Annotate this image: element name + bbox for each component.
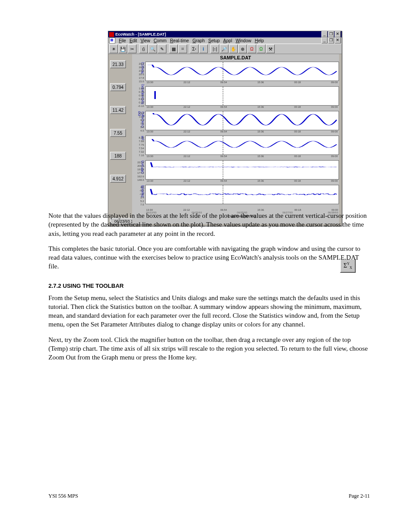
paragraph-4: Next, try the Zoom tool. Click the magni… (48, 335, 370, 362)
find-icon[interactable]: 🔎 (220, 44, 228, 53)
menu-file[interactable]: File (117, 38, 128, 43)
maximize-button[interactable]: ❐ (328, 31, 334, 37)
hand-icon[interactable]: ✋ (229, 44, 238, 53)
close-button[interactable]: ✕ (335, 31, 341, 37)
om2-icon[interactable]: Ω (257, 44, 265, 53)
print-icon[interactable]: ⎙ (139, 44, 148, 53)
minimize-button[interactable]: _ (321, 31, 328, 37)
mdi-minimize-button[interactable]: _ (321, 37, 328, 44)
chart-icon[interactable]: ⌗ (178, 44, 187, 53)
page-footer: YSI 556 MPS Page 2-11 (48, 493, 370, 499)
strip-ph[interactable]: pH8.107.887.767.547.327.1013:3022:1206:5… (145, 136, 339, 155)
toolbar: ☀ 💾 ✂ ⎙ 🔍 ✎ ▦ ⌗ Σx i |↕| 🔎 ✋ ⊕ Ω Ω ⚒ (108, 44, 342, 54)
mdi-maximize-button[interactable]: ❐ (328, 37, 334, 44)
mdi-icon[interactable] (109, 37, 115, 44)
menu-bar: File Edit View Comm Real-time Graph Setu… (108, 37, 342, 44)
footer-right: Page 2-11 (349, 493, 370, 499)
cut-icon[interactable]: ✂ (128, 44, 136, 53)
menu-comm[interactable]: Comm (152, 38, 168, 43)
grid-icon[interactable]: ▦ (169, 44, 178, 53)
vertical-cursor[interactable] (223, 87, 223, 105)
chart-area[interactable]: SAMPLE.DAT Temp(C)29.026.323.420.617.815… (132, 54, 339, 224)
om1-icon[interactable]: Ω (247, 44, 256, 53)
value-readout-column: 21.330.79411.427.551884.912 (110, 60, 126, 183)
pencil-icon[interactable]: ✎ (158, 44, 166, 53)
vertical-cursor[interactable] (223, 136, 223, 154)
vertical-cursor[interactable] (223, 185, 223, 204)
paragraph-2: This completes the basic tutorial. Once … (48, 244, 370, 271)
strip-temp-c-[interactable]: Temp(C)29.026.323.420.617.815.013:3022:1… (145, 62, 339, 81)
menu-setup[interactable]: Setup (206, 38, 221, 43)
value-readout-orp-mv-: 188 (110, 152, 126, 160)
zoom-icon[interactable]: 🔍 (148, 44, 157, 53)
menu-help[interactable]: Help (253, 38, 266, 43)
save-icon[interactable]: 💾 (118, 44, 127, 53)
value-readout-spcond-ms-c-: 0.794 (110, 83, 126, 91)
zoomin-icon[interactable]: ⊕ (238, 44, 247, 53)
menu-edit[interactable]: Edit (128, 38, 139, 43)
vertical-cursor[interactable] (223, 62, 223, 81)
title-bar: EcoWatch - [SAMPLE.DAT] _ ❐ ✕ (108, 31, 342, 37)
app-icon (109, 32, 114, 37)
wrench-icon[interactable]: ⚒ (266, 44, 275, 53)
paragraph-3: From the Setup menu, select the Statisti… (48, 294, 370, 329)
info-icon[interactable]: i (199, 44, 208, 53)
section-header: 2.7.2 USING THE TOOLBAR (48, 283, 370, 289)
strip-spcond-ms-c-[interactable]: SpCond(mS/c)1.000.780.560.340.12-0.1013:… (145, 86, 339, 106)
menu-graph[interactable]: Graph (191, 38, 206, 43)
menu-window[interactable]: Window (234, 38, 253, 43)
strip-do-conc-mg-l-[interactable]: DO Conc(mg/L)13.011.29.47.65.84.013:3022… (145, 111, 339, 130)
footer-left: YSI 556 MPS (48, 493, 78, 499)
ruler-icon[interactable]: |↕| (210, 44, 219, 53)
strip-orp-mv-[interactable]: ORP(mV)221.0206.4191.8177.2162.6148.013:… (145, 160, 339, 180)
strip-depth-ft-[interactable]: Depth(ft)2.0-0.2-1.03.45.27.0 (145, 185, 339, 204)
open-icon[interactable]: ☀ (109, 44, 118, 53)
paragraph-1: Note that the values displayed in the bo… (48, 211, 370, 238)
value-readout-temp-c-: 21.33 (110, 60, 126, 68)
document-text: Note that the values displayed in the bo… (48, 211, 370, 368)
vertical-cursor[interactable] (223, 111, 223, 130)
window-title: EcoWatch - [SAMPLE.DAT] (115, 32, 321, 37)
value-readout-depth-ft-: 4.912 (110, 175, 126, 183)
mdi-close-button[interactable]: ✕ (335, 37, 341, 44)
ecowatch-window: EcoWatch - [SAMPLE.DAT] _ ❐ ✕ File Edit … (108, 31, 342, 226)
stats-icon[interactable]: Σx (190, 44, 199, 53)
chart-body: 21.330.79411.427.551884.912 06/23/93 18:… (108, 54, 342, 226)
chart-title: SAMPLE.DAT (132, 54, 339, 61)
value-readout-do-conc-mg-l-: 11.42 (110, 106, 126, 114)
vertical-cursor[interactable] (223, 161, 223, 179)
value-readout-ph: 7.55 (110, 129, 126, 137)
menu-realtime[interactable]: Real-time (168, 38, 191, 43)
menu-view[interactable]: View (139, 38, 152, 43)
menu-appl[interactable]: Appl (221, 38, 234, 43)
